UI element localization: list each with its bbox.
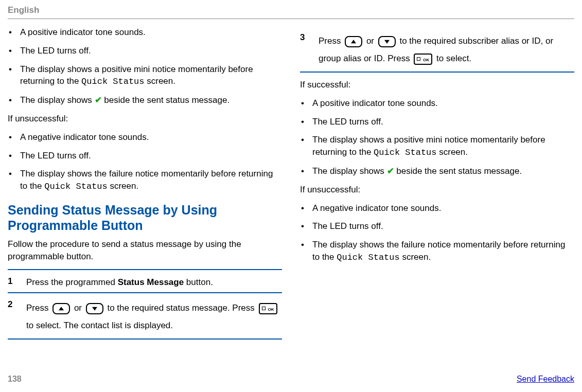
success-list-right: •A positive indicator tone sounds. •The … bbox=[300, 97, 574, 177]
list-item: •The LED turns off. bbox=[8, 45, 282, 57]
step-number: 1 bbox=[8, 276, 21, 287]
ok-key-icon bbox=[259, 303, 277, 314]
step-1: 1 Press the programmed Status Message bu… bbox=[8, 269, 282, 293]
step-2: 2 Press or to the required status messag… bbox=[8, 292, 282, 340]
ok-key-icon bbox=[414, 54, 432, 65]
down-arrow-key-icon bbox=[378, 36, 396, 47]
up-arrow-key-icon bbox=[345, 36, 362, 47]
section-description: Follow the procedure to send a status me… bbox=[8, 238, 282, 263]
list-item: •The display shows ✔ beside the sent sta… bbox=[300, 165, 574, 177]
list-item: •The display shows ✔ beside the sent sta… bbox=[8, 94, 282, 106]
step-3: 3 Press or to the required subscriber al… bbox=[300, 26, 574, 73]
page-footer: 138 Send Feedback bbox=[8, 375, 574, 384]
checkmark-icon: ✔ bbox=[387, 166, 394, 176]
success-list-left: •A positive indicator tone sounds. •The … bbox=[8, 26, 282, 106]
list-item: •A positive indicator tone sounds. bbox=[8, 26, 282, 39]
left-column: •A positive indicator tone sounds. •The … bbox=[8, 26, 282, 340]
list-item: •A negative indicator tone sounds. bbox=[300, 202, 574, 215]
header-divider bbox=[8, 19, 574, 19]
page-number: 138 bbox=[8, 375, 22, 384]
step-number: 2 bbox=[8, 299, 21, 310]
list-item: •A positive indicator tone sounds. bbox=[300, 97, 574, 110]
list-item: •The LED turns off. bbox=[300, 116, 574, 128]
section-heading: Sending Status Message by Using Programm… bbox=[8, 202, 282, 233]
unsuccess-list-left: •A negative indicator tone sounds. •The … bbox=[8, 131, 282, 193]
unsuccessful-label-right: If unsuccessful: bbox=[300, 184, 574, 196]
list-item: •A negative indicator tone sounds. bbox=[8, 131, 282, 144]
list-item: •The LED turns off. bbox=[8, 150, 282, 162]
list-item: •The display shows the failure notice mo… bbox=[300, 239, 574, 264]
unsuccess-list-right: •A negative indicator tone sounds. •The … bbox=[300, 202, 574, 264]
step-number: 3 bbox=[300, 32, 313, 43]
checkmark-icon: ✔ bbox=[95, 95, 102, 105]
list-item: •The LED turns off. bbox=[300, 220, 574, 233]
header-language: English bbox=[8, 5, 574, 15]
list-item: •The display shows a positive mini notic… bbox=[300, 134, 574, 159]
send-feedback-link[interactable]: Send Feedback bbox=[517, 375, 574, 384]
list-item: •The display shows a positive mini notic… bbox=[8, 63, 282, 88]
right-column: 3 Press or to the required subscriber al… bbox=[300, 26, 574, 340]
successful-label: If successful: bbox=[300, 79, 574, 91]
unsuccessful-label: If unsuccessful: bbox=[8, 113, 282, 125]
list-item: •The display shows the failure notice mo… bbox=[8, 168, 282, 193]
content-columns: •A positive indicator tone sounds. •The … bbox=[8, 26, 574, 340]
up-arrow-key-icon bbox=[52, 303, 70, 314]
down-arrow-key-icon bbox=[86, 303, 103, 314]
